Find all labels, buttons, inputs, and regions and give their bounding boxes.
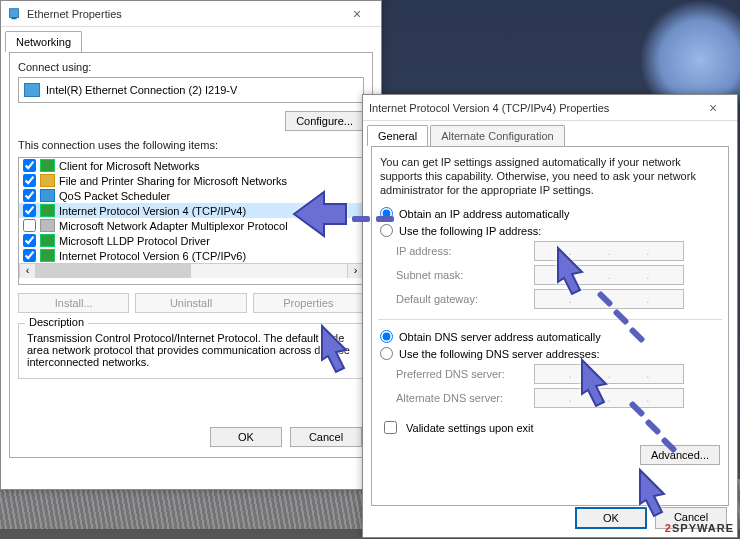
radio-input[interactable] xyxy=(380,224,393,237)
radio-label: Use the following DNS server addresses: xyxy=(399,348,600,360)
radio-label: Obtain an IP address automatically xyxy=(399,208,569,220)
titlebar[interactable]: Internet Protocol Version 4 (TCP/IPv4) P… xyxy=(363,95,737,121)
item-checkbox[interactable] xyxy=(23,189,36,202)
protocol-icon xyxy=(40,219,55,232)
protocol-icon xyxy=(40,159,55,172)
item-label: Internet Protocol Version 6 (TCP/IPv6) xyxy=(59,250,246,262)
preferred-dns-input[interactable]: ... xyxy=(534,364,684,384)
radio-label: Use the following IP address: xyxy=(399,225,541,237)
intro-text: You can get IP settings assigned automat… xyxy=(380,155,720,197)
list-item[interactable]: Internet Protocol Version 6 (TCP/IPv6) xyxy=(19,248,363,263)
scroll-track[interactable] xyxy=(35,264,347,278)
separator xyxy=(378,319,722,320)
item-label: Client for Microsoft Networks xyxy=(59,160,200,172)
general-tab-body: You can get IP settings assigned automat… xyxy=(371,146,729,506)
item-label: Microsoft LLDP Protocol Driver xyxy=(59,235,210,247)
radio-obtain-dns-auto[interactable]: Obtain DNS server address automatically xyxy=(380,330,720,343)
scroll-right-icon[interactable]: › xyxy=(347,264,363,278)
tab-general[interactable]: General xyxy=(367,125,428,146)
ethernet-properties-window: Ethernet Properties × Networking Connect… xyxy=(0,0,382,490)
protocol-icon xyxy=(40,174,55,187)
connect-using-label: Connect using: xyxy=(18,61,364,73)
install-button[interactable]: Install... xyxy=(18,293,129,313)
item-checkbox[interactable] xyxy=(23,159,36,172)
scroll-left-icon[interactable]: ‹ xyxy=(19,264,35,278)
item-label: Internet Protocol Version 4 (TCP/IPv4) xyxy=(59,205,246,217)
radio-input[interactable] xyxy=(380,330,393,343)
close-icon[interactable]: × xyxy=(339,6,375,22)
svg-rect-1 xyxy=(11,17,16,19)
list-item[interactable]: File and Printer Sharing for Microsoft N… xyxy=(19,173,363,188)
adapter-box[interactable]: Intel(R) Ethernet Connection (2) I219-V xyxy=(18,77,364,103)
item-label: Microsoft Network Adapter Multiplexor Pr… xyxy=(59,220,288,232)
uninstall-button[interactable]: Uninstall xyxy=(135,293,246,313)
protocol-icon xyxy=(40,204,55,217)
radio-input[interactable] xyxy=(380,347,393,360)
watermark: 2SPYWARE xyxy=(665,516,734,537)
tabstrip: Networking xyxy=(5,31,377,52)
titlebar[interactable]: Ethernet Properties × xyxy=(1,1,381,27)
item-label: QoS Packet Scheduler xyxy=(59,190,170,202)
horizontal-scrollbar[interactable]: ‹ › xyxy=(19,263,363,278)
description-text: Transmission Control Protocol/Internet P… xyxy=(27,332,355,368)
item-checkbox[interactable] xyxy=(23,249,36,262)
description-group: Description Transmission Control Protoco… xyxy=(18,323,364,379)
item-checkbox[interactable] xyxy=(23,219,36,232)
ipv4-properties-window: Internet Protocol Version 4 (TCP/IPv4) P… xyxy=(362,94,738,538)
list-item[interactable]: QoS Packet Scheduler xyxy=(19,188,363,203)
adapter-name: Intel(R) Ethernet Connection (2) I219-V xyxy=(46,84,237,96)
radio-use-following-dns[interactable]: Use the following DNS server addresses: xyxy=(380,347,720,360)
tutorial-dash xyxy=(376,216,394,222)
item-checkbox[interactable] xyxy=(23,174,36,187)
items-label: This connection uses the following items… xyxy=(18,139,364,151)
alternate-dns-label: Alternate DNS server: xyxy=(396,392,526,404)
networking-tab-body: Connect using: Intel(R) Ethernet Connect… xyxy=(9,52,373,458)
list-item[interactable]: Internet Protocol Version 4 (TCP/IPv4) xyxy=(19,203,363,218)
properties-button[interactable]: Properties xyxy=(253,293,364,313)
network-items-list[interactable]: Client for Microsoft NetworksFile and Pr… xyxy=(18,157,364,285)
protocol-icon xyxy=(40,234,55,247)
advanced-button[interactable]: Advanced... xyxy=(640,445,720,465)
item-checkbox[interactable] xyxy=(23,204,36,217)
radio-use-following-ip[interactable]: Use the following IP address: xyxy=(380,224,720,237)
tabstrip: General Alternate Configuration xyxy=(367,125,733,146)
nic-icon xyxy=(24,83,40,97)
item-label: File and Printer Sharing for Microsoft N… xyxy=(59,175,287,187)
ok-button[interactable]: OK xyxy=(575,507,647,529)
window-title: Ethernet Properties xyxy=(27,8,339,20)
radio-obtain-ip-auto[interactable]: Obtain an IP address automatically xyxy=(380,207,720,220)
validate-checkbox[interactable] xyxy=(384,421,397,434)
alternate-dns-input[interactable]: ... xyxy=(534,388,684,408)
close-icon[interactable]: × xyxy=(695,100,731,116)
list-item[interactable]: Microsoft LLDP Protocol Driver xyxy=(19,233,363,248)
ok-button[interactable]: OK xyxy=(210,427,282,447)
validate-checkbox-row[interactable]: Validate settings upon exit xyxy=(380,418,720,437)
preferred-dns-label: Preferred DNS server: xyxy=(396,368,526,380)
list-item[interactable]: Microsoft Network Adapter Multiplexor Pr… xyxy=(19,218,363,233)
svg-rect-0 xyxy=(10,8,19,17)
tab-alternate-configuration[interactable]: Alternate Configuration xyxy=(430,125,565,146)
ip-address-input[interactable]: ... xyxy=(534,241,684,261)
protocol-icon xyxy=(40,189,55,202)
cancel-button[interactable]: Cancel xyxy=(290,427,362,447)
default-gateway-label: Default gateway: xyxy=(396,293,526,305)
item-checkbox[interactable] xyxy=(23,234,36,247)
ip-address-label: IP address: xyxy=(396,245,526,257)
subnet-mask-label: Subnet mask: xyxy=(396,269,526,281)
ethernet-icon xyxy=(7,7,21,21)
validate-label: Validate settings upon exit xyxy=(406,422,534,434)
description-legend: Description xyxy=(25,316,88,328)
configure-button[interactable]: Configure... xyxy=(285,111,364,131)
protocol-icon xyxy=(40,249,55,262)
tab-networking[interactable]: Networking xyxy=(5,31,82,52)
tutorial-dash xyxy=(352,216,370,222)
list-item[interactable]: Client for Microsoft Networks xyxy=(19,158,363,173)
radio-label: Obtain DNS server address automatically xyxy=(399,331,601,343)
window-title: Internet Protocol Version 4 (TCP/IPv4) P… xyxy=(369,102,695,114)
subnet-mask-input[interactable]: ... xyxy=(534,265,684,285)
